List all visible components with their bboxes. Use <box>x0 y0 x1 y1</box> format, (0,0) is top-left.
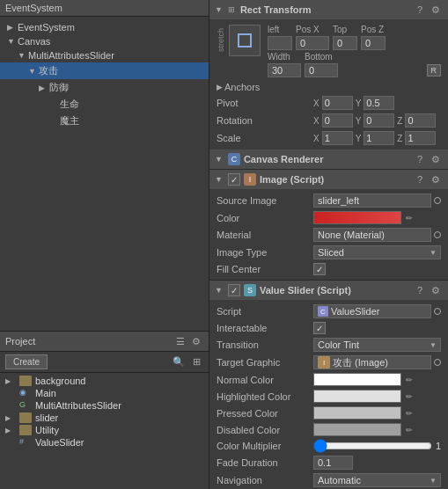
tree-item-magic[interactable]: ▶ 魔主 <box>0 113 209 129</box>
source-image-field[interactable]: slider_left <box>313 193 431 208</box>
project-search-icon[interactable]: 🔍 <box>172 355 186 369</box>
script-field[interactable]: C ValueSlider <box>313 304 431 318</box>
color-label: Color <box>217 213 313 223</box>
left-input[interactable] <box>268 36 292 50</box>
pressed-color-swatch[interactable] <box>313 406 401 420</box>
material-field[interactable]: None (Material) <box>313 228 431 242</box>
fade-duration-input[interactable]: 0.1 <box>313 456 353 470</box>
value-slider-settings-icon[interactable]: ⚙ <box>429 283 443 297</box>
target-graphic-row: Target Graphic I 攻击 (Image) <box>209 354 448 371</box>
anchors-toggle[interactable]: ▶ <box>217 83 223 91</box>
scale-z-input[interactable] <box>405 131 436 145</box>
project-item-main[interactable]: ◉ Main <box>0 387 209 399</box>
color-multiplier-slider[interactable] <box>313 441 432 451</box>
disabled-color-swatch[interactable] <box>313 423 401 436</box>
project-menu-icon[interactable]: ☰ <box>173 334 187 348</box>
project-item-multiattr-slider[interactable]: G MultiAttributesSlider <box>0 399 209 412</box>
script-select-icon[interactable] <box>434 308 441 315</box>
scale-y-input[interactable] <box>364 131 394 145</box>
fill-center-row: Fill Center ✓ <box>209 261 448 277</box>
disabled-color-edit-icon[interactable]: ✏ <box>404 426 415 434</box>
bottom-input[interactable]: 0 <box>305 63 338 77</box>
posx-input[interactable]: 0 <box>296 36 329 50</box>
create-button[interactable]: Create <box>5 354 48 369</box>
highlighted-color-edit-icon[interactable]: ✏ <box>404 392 415 401</box>
scale-x-input[interactable] <box>322 131 353 145</box>
source-image-label: Source Image <box>217 195 313 206</box>
source-image-select-icon[interactable] <box>434 197 441 204</box>
tree-item-canvas[interactable]: ▼ Canvas <box>0 34 209 48</box>
asset-icon-valueslider: # <box>19 437 32 448</box>
rot-x-input[interactable] <box>322 113 353 128</box>
color-swatch[interactable] <box>313 211 401 224</box>
rot-z-input[interactable] <box>405 113 436 128</box>
interactable-checkbox[interactable]: ✓ <box>313 322 326 334</box>
transition-row: Transition Color Tint ▼ <box>209 336 448 354</box>
posz-input[interactable]: 0 <box>361 36 386 50</box>
fade-duration-label: Fade Duration <box>217 457 313 468</box>
image-settings-icon[interactable]: ⚙ <box>429 172 443 186</box>
label-slider: slider <box>35 412 58 423</box>
arrow-defense: ▶ <box>39 84 49 92</box>
canvas-renderer-title: Canvas Renderer <box>244 154 324 164</box>
image-script-header[interactable]: ▼ ✓ I Image (Script) ? ⚙ <box>209 170 448 189</box>
fill-center-checkbox[interactable]: ✓ <box>313 263 326 275</box>
rect-transform-info-icon[interactable]: ? <box>413 3 427 17</box>
image-enabled-checkbox[interactable]: ✓ <box>228 173 240 186</box>
color-edit-icon[interactable]: ✏ <box>404 214 415 223</box>
transition-dropdown[interactable]: Color Tint ▼ <box>313 338 441 352</box>
rect-transform-visual[interactable] <box>229 25 261 56</box>
project-item-valueslider[interactable]: # ValueSlider <box>0 436 209 449</box>
project-layout-icon[interactable]: ⊞ <box>189 355 203 369</box>
image-toggle: ▼ <box>215 175 223 184</box>
label-background: background <box>35 376 86 386</box>
rect-transform-settings-icon[interactable]: ⚙ <box>429 3 443 17</box>
project-item-slider[interactable]: ▶ slider <box>0 412 209 424</box>
target-graphic-select-icon[interactable] <box>434 359 441 366</box>
project-settings-icon[interactable]: ⚙ <box>189 334 203 348</box>
transition-arrow: ▼ <box>430 341 437 349</box>
label-defense: 防御 <box>49 81 69 94</box>
highlighted-color-swatch[interactable] <box>313 390 401 403</box>
project-item-background[interactable]: ▶ background <box>0 375 209 387</box>
color-multiplier-value: 1 <box>436 441 441 451</box>
canvas-renderer-settings-icon[interactable]: ⚙ <box>429 152 443 166</box>
canvas-renderer-info-icon[interactable]: ? <box>413 152 427 166</box>
script-label: Script <box>217 306 313 317</box>
r-button[interactable]: R <box>427 64 442 77</box>
tree-item-defense[interactable]: ▶ 防御 <box>0 79 209 96</box>
highlighted-color-label: Highlighted Color <box>217 391 313 402</box>
hierarchy-tree[interactable]: ▶ EventSystem ▼ Canvas ▼ MultiAttributes… <box>0 17 209 331</box>
pivot-y-input[interactable]: 0.5 <box>364 96 394 110</box>
canvas-renderer-header[interactable]: ▼ C Canvas Renderer ? ⚙ <box>209 150 448 169</box>
tree-item-eventsystem[interactable]: ▶ EventSystem <box>0 20 209 34</box>
image-type-dropdown[interactable]: Sliced ▼ <box>313 245 441 259</box>
value-slider-info-icon[interactable]: ? <box>413 283 427 297</box>
width-input[interactable]: 30 <box>268 63 301 77</box>
arrow-background: ▶ <box>5 377 16 385</box>
color-multiplier-row: Color Multiplier 1 <box>209 438 448 454</box>
posz-label: Pos Z <box>361 25 384 34</box>
tree-item-multiattr[interactable]: ▼ MultiAttributesSlider <box>0 48 209 62</box>
image-info-icon[interactable]: ? <box>413 172 427 186</box>
target-graphic-field[interactable]: I 攻击 (Image) <box>313 355 431 369</box>
value-slider-enabled-checkbox[interactable]: ✓ <box>228 284 240 296</box>
rot-y-input[interactable] <box>364 113 394 128</box>
image-script-body: Source Image slider_left Color ✏ <box>209 189 448 280</box>
rect-transform-header[interactable]: ▼ ⊞ Rect Transform ? ⚙ <box>209 0 448 19</box>
pivot-x-input[interactable]: 0 <box>322 96 353 110</box>
navigation-dropdown[interactable]: Automatic ▼ <box>313 473 441 487</box>
canvas-renderer-icon: C <box>228 153 240 165</box>
project-tree: ▶ background ◉ Main G MultiAttributesSli… <box>0 373 209 450</box>
material-select-icon[interactable] <box>434 231 441 238</box>
pressed-color-edit-icon[interactable]: ✏ <box>404 409 415 418</box>
project-title: Project <box>5 336 35 347</box>
normal-color-edit-icon[interactable]: ✏ <box>404 376 415 384</box>
top-input[interactable]: 0 <box>333 36 357 50</box>
tree-item-attack[interactable]: ▼ 攻击 <box>0 62 209 79</box>
tree-item-life[interactable]: ▶ 生命 <box>0 96 209 113</box>
value-slider-header[interactable]: ▼ ✓ S Value Slider (Script) ? ⚙ <box>209 281 448 300</box>
value-slider-title: Value Slider (Script) <box>260 285 351 296</box>
project-item-utility[interactable]: ▶ Utility <box>0 424 209 436</box>
normal-color-swatch[interactable] <box>313 373 401 386</box>
